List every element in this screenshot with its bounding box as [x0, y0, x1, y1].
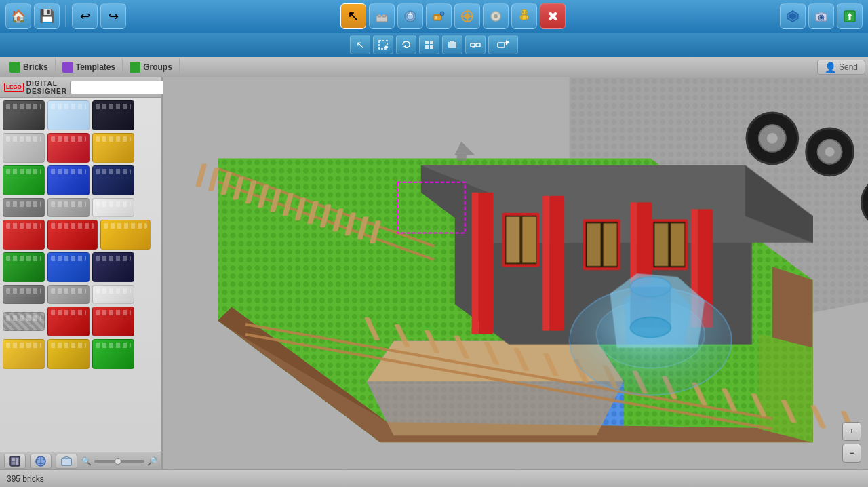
- hinge-button[interactable]: [454, 3, 480, 29]
- gray-plate-2[interactable]: [3, 285, 45, 304]
- red-2x4-brick-2[interactable]: [3, 220, 45, 250]
- select-arrow-button[interactable]: ↖: [350, 35, 370, 54]
- tab-templates[interactable]: Templates: [56, 58, 123, 76]
- send-button[interactable]: 👤 Send: [817, 60, 865, 75]
- brick-palette: [0, 98, 161, 452]
- brick-row-9: [3, 339, 159, 369]
- svg-rect-143: [654, 223, 668, 266]
- green-2x4-brick[interactable]: [3, 165, 45, 195]
- svg-rect-40: [430, 45, 433, 49]
- svg-rect-37: [425, 41, 429, 44]
- view-2d-icon: [9, 455, 21, 467]
- hide-icon: [488, 9, 503, 24]
- select-box-icon: [378, 39, 389, 50]
- move-button[interactable]: [488, 35, 518, 54]
- light-gray-2x4-brick[interactable]: [3, 133, 45, 163]
- red-2x4-brick-4[interactable]: [92, 307, 134, 336]
- green-2x4-brick-2[interactable]: [3, 252, 45, 282]
- svg-rect-48: [498, 43, 505, 47]
- templates-tab-icon: [62, 62, 73, 73]
- yellow-2x4-brick-3[interactable]: [47, 339, 90, 369]
- zoom-thumb[interactable]: [115, 458, 121, 465]
- select-connected-button[interactable]: [465, 35, 486, 54]
- lt-gray-plate-2[interactable]: [47, 285, 90, 304]
- svg-rect-139: [587, 223, 601, 266]
- undo-button[interactable]: ↩: [72, 3, 98, 29]
- svg-rect-22: [520, 16, 522, 19]
- add-brick-button[interactable]: [369, 3, 395, 29]
- minifig-button[interactable]: [511, 3, 537, 29]
- red-2x4-brick[interactable]: [47, 133, 90, 163]
- select-group-button[interactable]: [442, 35, 462, 54]
- dark-navy-2x4-brick[interactable]: [92, 100, 134, 130]
- camera-icon: [814, 9, 829, 24]
- svg-rect-135: [506, 216, 519, 262]
- redo-button[interactable]: ↪: [100, 3, 126, 29]
- hide-button[interactable]: [483, 3, 509, 29]
- select-lasso-button[interactable]: [396, 35, 416, 54]
- groups-tab-label: Groups: [143, 62, 172, 72]
- view-navigation-controls: + −: [842, 422, 861, 463]
- search-input[interactable]: [70, 81, 170, 94]
- sidebar-bottom-bar: 🔍 🔎: [0, 452, 161, 469]
- light-blue-2x4-brick[interactable]: [47, 100, 90, 130]
- save-button[interactable]: 💾: [34, 3, 60, 29]
- tab-groups[interactable]: Groups: [123, 58, 180, 76]
- blue-2x4-brick[interactable]: [47, 165, 90, 195]
- yellow-2x4-brick-2[interactable]: [3, 339, 45, 369]
- view-mode-button[interactable]: [780, 3, 806, 29]
- svg-rect-38: [430, 41, 433, 44]
- zoom-slider[interactable]: [94, 460, 144, 463]
- view-box-button[interactable]: [56, 454, 77, 469]
- select-box-button[interactable]: [373, 35, 393, 54]
- dark-gray-2x4-brick[interactable]: [3, 100, 45, 130]
- white-plate-2[interactable]: [92, 285, 134, 304]
- view-box-icon: [60, 455, 73, 467]
- select-lasso-icon: [401, 39, 412, 50]
- paint-button[interactable]: [426, 3, 452, 29]
- svg-rect-144: [671, 223, 684, 266]
- upload-button[interactable]: [837, 3, 863, 29]
- svg-rect-125: [478, 192, 493, 334]
- home-button[interactable]: 🏠: [5, 3, 31, 29]
- select-tool-button[interactable]: ↖: [340, 3, 366, 29]
- svg-point-13: [465, 14, 470, 19]
- zoom-out-viewport-button[interactable]: −: [842, 444, 861, 463]
- white-plate[interactable]: [92, 198, 134, 217]
- zoom-in-icon: 🔎: [147, 456, 157, 466]
- brand-text: DIGITAL DESIGNER: [26, 80, 67, 95]
- svg-point-30: [820, 16, 823, 19]
- green-2x4-brick-3[interactable]: [92, 339, 134, 369]
- blue-2x4-brick-2[interactable]: [47, 252, 90, 282]
- sidebar: LEGO DIGITAL DESIGNER: [0, 77, 163, 469]
- svg-point-152: [630, 317, 671, 338]
- dark-navy-2x4-brick-2[interactable]: [92, 252, 134, 282]
- delete-button[interactable]: ✖: [540, 3, 566, 29]
- clone-button[interactable]: [397, 3, 423, 29]
- svg-point-19: [494, 14, 498, 18]
- view-3d-button[interactable]: [30, 454, 52, 469]
- select-all-button[interactable]: [419, 35, 439, 54]
- brick-row-8: [3, 307, 159, 336]
- yellow-2x4-brick[interactable]: [92, 133, 134, 163]
- top-toolbar: 🏠 💾 ↩ ↪ ↖: [0, 0, 868, 33]
- camera-button[interactable]: [808, 3, 834, 29]
- brick-row-5: [3, 220, 159, 250]
- clone-icon: [403, 9, 418, 24]
- red-2x6-brick[interactable]: [47, 220, 98, 250]
- dark-blue-2x4-brick[interactable]: [92, 165, 134, 195]
- lt-gray-plate[interactable]: [47, 198, 90, 217]
- yellow-2x6-brick[interactable]: [100, 220, 151, 250]
- textured-gray-brick[interactable]: [3, 312, 45, 331]
- brick-row-7: [3, 285, 159, 304]
- 3d-viewport[interactable]: + −: [163, 77, 868, 469]
- svg-rect-23: [526, 16, 528, 19]
- view-2d-button[interactable]: [4, 454, 26, 469]
- svg-marker-80: [367, 381, 624, 435]
- bricks-tab-icon: [9, 62, 20, 73]
- tab-bricks[interactable]: Bricks: [3, 58, 56, 76]
- gray-plate[interactable]: [3, 198, 45, 217]
- svg-rect-44: [471, 43, 475, 47]
- red-2x4-brick-3[interactable]: [47, 307, 90, 336]
- zoom-in-viewport-button[interactable]: +: [842, 422, 861, 441]
